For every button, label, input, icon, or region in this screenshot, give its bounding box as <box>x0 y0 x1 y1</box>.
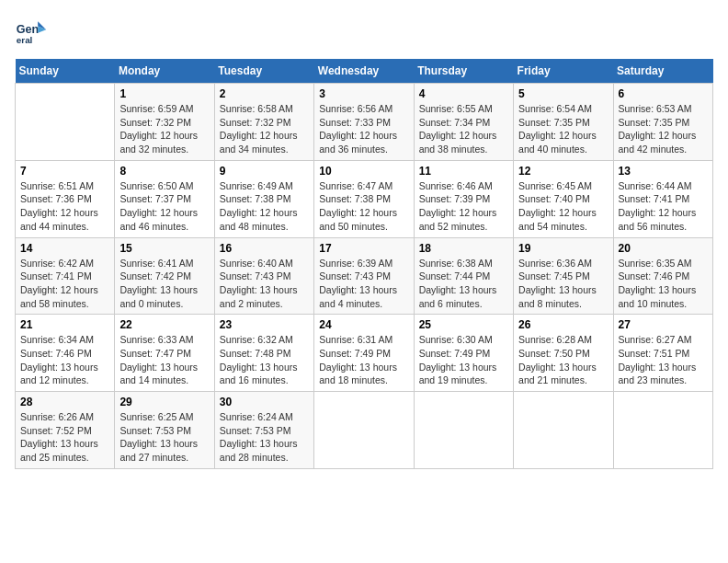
calendar-cell: 13Sunrise: 6:44 AM Sunset: 7:41 PM Dayli… <box>613 160 712 237</box>
page-header: Gen eral <box>15 15 713 48</box>
day-number: 8 <box>119 165 209 178</box>
day-header-thursday: Thursday <box>414 59 513 84</box>
day-info: Sunrise: 6:40 AM Sunset: 7:43 PM Dayligh… <box>220 257 309 311</box>
day-info: Sunrise: 6:45 AM Sunset: 7:40 PM Dayligh… <box>518 179 608 234</box>
calendar-cell: 4Sunrise: 6:55 AM Sunset: 7:34 PM Daylig… <box>414 84 513 161</box>
day-number: 26 <box>518 318 608 331</box>
day-info: Sunrise: 6:51 AM Sunset: 7:36 PM Dayligh… <box>20 179 109 234</box>
calendar-cell: 26Sunrise: 6:28 AM Sunset: 7:50 PM Dayli… <box>514 315 613 392</box>
day-number: 23 <box>220 318 309 331</box>
day-info: Sunrise: 6:50 AM Sunset: 7:37 PM Dayligh… <box>119 179 209 234</box>
day-info: Sunrise: 6:53 AM Sunset: 7:35 PM Dayligh… <box>619 102 708 156</box>
calendar-cell: 7Sunrise: 6:51 AM Sunset: 7:36 PM Daylig… <box>16 160 115 237</box>
day-info: Sunrise: 6:30 AM Sunset: 7:49 PM Dayligh… <box>419 333 508 387</box>
calendar-cell: 2Sunrise: 6:58 AM Sunset: 7:32 PM Daylig… <box>214 84 313 161</box>
calendar-cell: 22Sunrise: 6:33 AM Sunset: 7:47 PM Dayli… <box>115 315 214 392</box>
logo-icon: Gen eral <box>15 15 48 48</box>
calendar-cell: 29Sunrise: 6:25 AM Sunset: 7:53 PM Dayli… <box>115 392 214 469</box>
calendar-cell: 30Sunrise: 6:24 AM Sunset: 7:53 PM Dayli… <box>214 392 313 469</box>
calendar-cell: 21Sunrise: 6:34 AM Sunset: 7:46 PM Dayli… <box>16 315 115 392</box>
day-header-monday: Monday <box>115 59 214 84</box>
svg-text:eral: eral <box>17 35 33 45</box>
day-number: 30 <box>220 396 309 408</box>
day-info: Sunrise: 6:35 AM Sunset: 7:46 PM Dayligh… <box>619 257 708 311</box>
day-info: Sunrise: 6:36 AM Sunset: 7:45 PM Dayligh… <box>518 257 608 311</box>
day-info: Sunrise: 6:41 AM Sunset: 7:42 PM Dayligh… <box>119 257 209 311</box>
day-info: Sunrise: 6:26 AM Sunset: 7:52 PM Dayligh… <box>20 410 109 465</box>
day-number: 19 <box>518 242 608 255</box>
calendar-cell: 6Sunrise: 6:53 AM Sunset: 7:35 PM Daylig… <box>613 84 712 161</box>
day-info: Sunrise: 6:31 AM Sunset: 7:49 PM Dayligh… <box>319 333 408 387</box>
calendar-week-5: 28Sunrise: 6:26 AM Sunset: 7:52 PM Dayli… <box>16 392 713 469</box>
calendar-table: SundayMondayTuesdayWednesdayThursdayFrid… <box>15 59 713 469</box>
calendar-cell: 24Sunrise: 6:31 AM Sunset: 7:49 PM Dayli… <box>314 315 414 392</box>
calendar-cell: 27Sunrise: 6:27 AM Sunset: 7:51 PM Dayli… <box>613 315 712 392</box>
day-number: 29 <box>119 396 209 408</box>
calendar-cell: 5Sunrise: 6:54 AM Sunset: 7:35 PM Daylig… <box>514 84 613 161</box>
calendar-cell: 28Sunrise: 6:26 AM Sunset: 7:52 PM Dayli… <box>16 392 115 469</box>
day-header-tuesday: Tuesday <box>214 59 313 84</box>
day-info: Sunrise: 6:59 AM Sunset: 7:32 PM Dayligh… <box>119 102 209 156</box>
calendar-header: SundayMondayTuesdayWednesdayThursdayFrid… <box>16 59 713 84</box>
calendar-cell: 20Sunrise: 6:35 AM Sunset: 7:46 PM Dayli… <box>613 237 712 315</box>
day-info: Sunrise: 6:25 AM Sunset: 7:53 PM Dayligh… <box>119 410 209 465</box>
calendar-cell: 3Sunrise: 6:56 AM Sunset: 7:33 PM Daylig… <box>314 84 414 161</box>
calendar-cell: 11Sunrise: 6:46 AM Sunset: 7:39 PM Dayli… <box>414 160 513 237</box>
calendar-cell <box>514 392 613 469</box>
day-number: 15 <box>119 242 209 255</box>
day-header-friday: Friday <box>514 59 613 84</box>
calendar-week-3: 14Sunrise: 6:42 AM Sunset: 7:41 PM Dayli… <box>16 237 713 315</box>
calendar-cell: 16Sunrise: 6:40 AM Sunset: 7:43 PM Dayli… <box>214 237 313 315</box>
day-number: 10 <box>319 165 408 178</box>
calendar-cell <box>314 392 414 469</box>
day-info: Sunrise: 6:58 AM Sunset: 7:32 PM Dayligh… <box>220 102 309 156</box>
day-number: 12 <box>518 165 608 178</box>
day-number: 22 <box>119 318 209 331</box>
day-info: Sunrise: 6:44 AM Sunset: 7:41 PM Dayligh… <box>619 179 708 234</box>
calendar-cell <box>414 392 513 469</box>
day-info: Sunrise: 6:24 AM Sunset: 7:53 PM Dayligh… <box>220 410 309 465</box>
day-number: 5 <box>518 87 608 100</box>
calendar-cell: 8Sunrise: 6:50 AM Sunset: 7:37 PM Daylig… <box>115 160 214 237</box>
day-number: 28 <box>20 396 109 408</box>
day-number: 2 <box>220 87 309 100</box>
day-number: 21 <box>20 318 109 331</box>
day-info: Sunrise: 6:33 AM Sunset: 7:47 PM Dayligh… <box>119 333 209 387</box>
day-number: 14 <box>20 242 109 255</box>
day-number: 7 <box>20 165 109 178</box>
calendar-week-1: 1Sunrise: 6:59 AM Sunset: 7:32 PM Daylig… <box>16 84 713 161</box>
day-info: Sunrise: 6:39 AM Sunset: 7:43 PM Dayligh… <box>319 257 408 311</box>
calendar-cell: 15Sunrise: 6:41 AM Sunset: 7:42 PM Dayli… <box>115 237 214 315</box>
day-info: Sunrise: 6:54 AM Sunset: 7:35 PM Dayligh… <box>518 102 608 156</box>
day-number: 3 <box>319 87 408 100</box>
calendar-cell <box>16 84 115 161</box>
calendar-cell: 12Sunrise: 6:45 AM Sunset: 7:40 PM Dayli… <box>514 160 613 237</box>
calendar-cell: 1Sunrise: 6:59 AM Sunset: 7:32 PM Daylig… <box>115 84 214 161</box>
day-number: 17 <box>319 242 408 255</box>
calendar-cell: 14Sunrise: 6:42 AM Sunset: 7:41 PM Dayli… <box>16 237 115 315</box>
day-info: Sunrise: 6:42 AM Sunset: 7:41 PM Dayligh… <box>20 257 109 311</box>
day-number: 9 <box>220 165 309 178</box>
svg-text:Gen: Gen <box>17 23 40 36</box>
calendar-cell: 9Sunrise: 6:49 AM Sunset: 7:38 PM Daylig… <box>214 160 313 237</box>
day-info: Sunrise: 6:34 AM Sunset: 7:46 PM Dayligh… <box>20 333 109 387</box>
calendar-cell: 18Sunrise: 6:38 AM Sunset: 7:44 PM Dayli… <box>414 237 513 315</box>
day-number: 13 <box>619 165 708 178</box>
calendar-cell: 23Sunrise: 6:32 AM Sunset: 7:48 PM Dayli… <box>214 315 313 392</box>
logo: Gen eral <box>15 15 51 48</box>
calendar-cell: 25Sunrise: 6:30 AM Sunset: 7:49 PM Dayli… <box>414 315 513 392</box>
day-info: Sunrise: 6:47 AM Sunset: 7:38 PM Dayligh… <box>319 179 408 234</box>
day-header-sunday: Sunday <box>16 59 115 84</box>
day-number: 4 <box>419 87 508 100</box>
calendar-cell <box>613 392 712 469</box>
day-number: 18 <box>419 242 508 255</box>
day-number: 20 <box>619 242 708 255</box>
day-header-saturday: Saturday <box>613 59 712 84</box>
day-header-wednesday: Wednesday <box>314 59 414 84</box>
day-info: Sunrise: 6:27 AM Sunset: 7:51 PM Dayligh… <box>619 333 708 387</box>
calendar-cell: 10Sunrise: 6:47 AM Sunset: 7:38 PM Dayli… <box>314 160 414 237</box>
day-info: Sunrise: 6:56 AM Sunset: 7:33 PM Dayligh… <box>319 102 408 156</box>
calendar-cell: 17Sunrise: 6:39 AM Sunset: 7:43 PM Dayli… <box>314 237 414 315</box>
day-number: 24 <box>319 318 408 331</box>
calendar-week-2: 7Sunrise: 6:51 AM Sunset: 7:36 PM Daylig… <box>16 160 713 237</box>
